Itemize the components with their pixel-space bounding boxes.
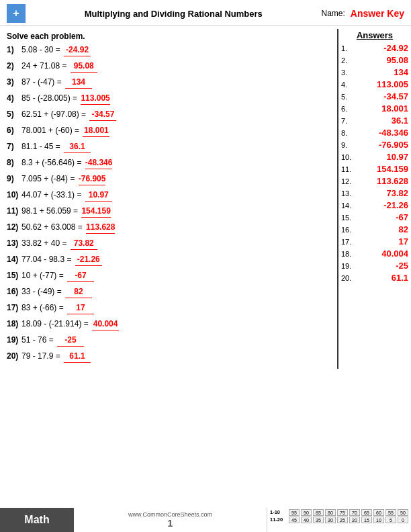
problem-num: 10) bbox=[7, 189, 21, 201]
problem-num: 5) bbox=[7, 108, 21, 120]
answer-key-row: 10. 10.97 bbox=[341, 152, 408, 162]
problem-row: 18) 18.09 - (-21.914) = 40.004 bbox=[7, 318, 332, 330]
problem-answer: 36.1 bbox=[64, 140, 91, 153]
problem-text: 83 + (-66) = 17 bbox=[21, 302, 332, 314]
problem-num: 13) bbox=[7, 237, 21, 249]
answer-key-row: 7. 36.1 bbox=[341, 116, 408, 126]
answer-val: 134 bbox=[355, 67, 408, 77]
problem-text: 33 - (-49) = 82 bbox=[21, 285, 332, 298]
answer-num: 6. bbox=[341, 105, 355, 113]
problem-text: 78.001 + (-60) = 18.001 bbox=[21, 124, 332, 137]
problem-answer: -24.92 bbox=[64, 44, 91, 56]
answer-num: 7. bbox=[341, 117, 355, 125]
page-number: 1 bbox=[168, 518, 173, 529]
problem-answer: -76.905 bbox=[79, 173, 106, 185]
score-rows: 1-109590858075706560555011-2045403530252… bbox=[270, 509, 408, 524]
answer-num: 11. bbox=[341, 165, 355, 173]
instructions: Solve each problem. bbox=[7, 32, 332, 41]
footer: Math www.CommonCoreSheets.com 1 1-109590… bbox=[0, 508, 411, 532]
score-cell: 20 bbox=[349, 517, 360, 523]
score-cell: 45 bbox=[289, 517, 300, 523]
problem-row: 10) 44.07 + (-33.1) = 10.97 bbox=[7, 189, 332, 202]
score-cell: 75 bbox=[337, 509, 348, 516]
answer-num: 1. bbox=[341, 44, 355, 52]
answer-val: 36.1 bbox=[355, 116, 408, 126]
score-cell: 80 bbox=[325, 509, 336, 516]
answer-num: 12. bbox=[341, 177, 355, 185]
answer-key-row: 16. 82 bbox=[341, 224, 408, 234]
answer-val: 95.08 bbox=[355, 55, 408, 65]
problem-num: 20) bbox=[7, 350, 21, 362]
answer-num: 20. bbox=[341, 274, 355, 282]
answer-val: 73.82 bbox=[355, 188, 408, 198]
problem-row: 16) 33 - (-49) = 82 bbox=[7, 285, 332, 298]
problem-answer: 82 bbox=[65, 285, 92, 298]
problem-num: 14) bbox=[7, 253, 21, 265]
problem-answer: -48.346 bbox=[85, 157, 113, 169]
answer-val: 10.97 bbox=[355, 152, 408, 162]
score-cell: 60 bbox=[373, 509, 384, 516]
problem-row: 4) 85 - (-28.005) = 113.005 bbox=[7, 92, 332, 105]
problem-num: 15) bbox=[7, 269, 21, 281]
problem-text: 85 - (-28.005) = 113.005 bbox=[21, 92, 332, 105]
problem-answer: 154.159 bbox=[81, 205, 110, 218]
header-right: Name: Answer Key bbox=[322, 8, 405, 19]
answer-key-row: 2. 95.08 bbox=[341, 55, 408, 65]
answer-val: 82 bbox=[355, 224, 408, 234]
score-cell: 70 bbox=[349, 509, 360, 516]
problem-answer: 73.82 bbox=[71, 237, 97, 250]
answer-key-column: Answers 1. -24.92 2. 95.08 3. 134 4. 113… bbox=[337, 29, 411, 369]
problem-row: 6) 78.001 + (-60) = 18.001 bbox=[7, 124, 332, 137]
math-label: Math bbox=[24, 514, 49, 526]
score-cell: 5 bbox=[385, 517, 396, 523]
problem-num: 16) bbox=[7, 285, 21, 298]
problem-answer: -67 bbox=[67, 269, 94, 282]
answer-key-row: 19. -25 bbox=[341, 261, 408, 271]
problem-num: 6) bbox=[7, 124, 21, 136]
answer-num: 3. bbox=[341, 69, 355, 77]
problem-num: 18) bbox=[7, 318, 21, 330]
problem-answer: 40.004 bbox=[92, 318, 119, 330]
problems-area: Solve each problem. 1) 5.08 - 30 = -24.9… bbox=[0, 29, 337, 369]
score-cell: 65 bbox=[361, 509, 372, 516]
answer-key-row: 13. 73.82 bbox=[341, 188, 408, 198]
problem-text: 7.095 + (-84) = -76.905 bbox=[21, 173, 332, 185]
score-cell: 10 bbox=[373, 517, 384, 523]
answer-key-row: 15. -67 bbox=[341, 212, 408, 222]
problem-num: 3) bbox=[7, 76, 21, 88]
answer-key-row: 5. -34.57 bbox=[341, 91, 408, 101]
problem-row: 9) 7.095 + (-84) = -76.905 bbox=[7, 173, 332, 185]
header-title: Multiplying and Dividing Rational Number… bbox=[26, 9, 322, 19]
problem-num: 8) bbox=[7, 157, 21, 169]
answers-header: Answers bbox=[341, 30, 408, 40]
score-row-label: 11-20 bbox=[270, 517, 287, 523]
answer-num: 16. bbox=[341, 226, 355, 234]
score-row-label: 1-10 bbox=[270, 509, 287, 516]
problem-answer: -25 bbox=[57, 334, 84, 347]
problem-text: 50.62 + 63.008 = 113.628 bbox=[21, 221, 332, 234]
problem-text: 77.04 - 98.3 = -21.26 bbox=[21, 253, 332, 266]
problem-row: 7) 81.1 - 45 = 36.1 bbox=[7, 140, 332, 153]
problem-text: 33.82 + 40 = 73.82 bbox=[21, 237, 332, 250]
problem-row: 5) 62.51 + (-97.08) = -34.57 bbox=[7, 108, 332, 121]
answer-val: 113.005 bbox=[355, 79, 408, 89]
problem-num: 7) bbox=[7, 140, 21, 152]
header: + Multiplying and Dividing Rational Numb… bbox=[0, 0, 411, 26]
problem-answer: 95.08 bbox=[71, 60, 97, 73]
problem-text: 10 + (-77) = -67 bbox=[21, 269, 332, 282]
answers-list: 1. -24.92 2. 95.08 3. 134 4. 113.005 5. … bbox=[341, 43, 408, 283]
problem-text: 8.3 + (-56.646) = -48.346 bbox=[21, 157, 332, 169]
answer-val: -76.905 bbox=[355, 140, 408, 150]
problem-row: 8) 8.3 + (-56.646) = -48.346 bbox=[7, 157, 332, 169]
problem-text: 18.09 - (-21.914) = 40.004 bbox=[21, 318, 332, 330]
answer-key-label: Answer Key bbox=[351, 8, 404, 19]
answer-key-row: 9. -76.905 bbox=[341, 140, 408, 150]
answer-key-row: 1. -24.92 bbox=[341, 43, 408, 53]
answer-key-row: 14. -21.26 bbox=[341, 200, 408, 210]
answer-num: 8. bbox=[341, 129, 355, 137]
problem-answer: 134 bbox=[65, 76, 92, 89]
score-cell: 85 bbox=[313, 509, 324, 516]
problem-text: 79 - 17.9 = 61.1 bbox=[21, 350, 332, 363]
score-cell: 55 bbox=[385, 509, 396, 516]
answer-val: -67 bbox=[355, 212, 408, 222]
